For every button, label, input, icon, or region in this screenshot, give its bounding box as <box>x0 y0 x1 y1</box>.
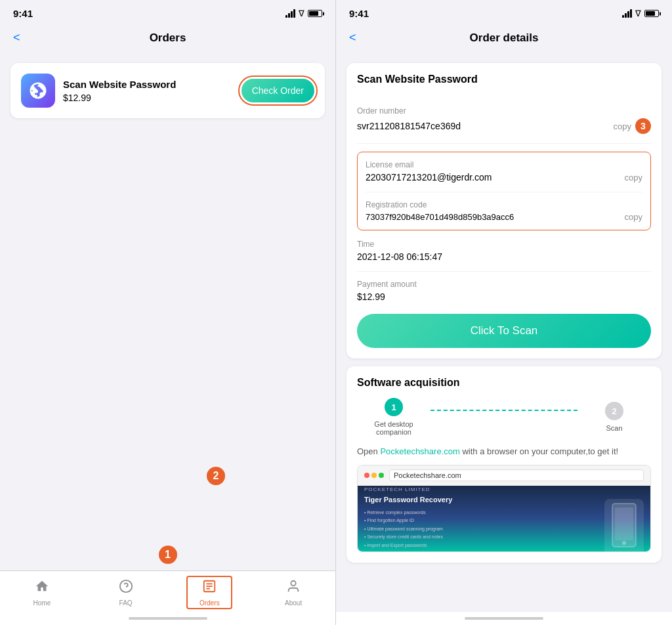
page-title-left: Orders <box>150 32 186 45</box>
order-number-label: Order number <box>357 106 651 116</box>
flow-label-1: Get desktop companion <box>357 420 430 436</box>
app-icon <box>21 74 55 108</box>
wifi-icon-right: ∇ <box>635 9 641 18</box>
bullet-4: • Securely store credit cards and notes <box>364 533 452 542</box>
order-app-name: Scan Website Password <box>63 79 234 90</box>
license-reg-box: License email 22030717213201@tigerdr.com… <box>357 152 651 230</box>
time-left: 9:41 <box>13 8 33 19</box>
tab-faq[interactable]: FAQ <box>84 576 168 609</box>
license-email-value-row: 22030717213201@tigerdr.com copy <box>366 172 642 183</box>
tab-about[interactable]: About <box>251 576 335 609</box>
payment-row: Payment amount $12.99 <box>357 280 651 302</box>
open-text-before: Open <box>357 446 380 456</box>
left-phone: 9:41 ∇ < Orders <box>0 0 336 625</box>
signal-icon-right <box>622 9 632 18</box>
open-text-after: with a browser on your computer,to get i… <box>460 446 618 456</box>
bullet-1: • Retrieve complex passwords <box>364 509 452 517</box>
time-label: Time <box>357 240 651 249</box>
battery-icon-right <box>644 10 659 17</box>
nav-header-right: < Order details <box>336 23 672 55</box>
tab-about-label: About <box>285 599 302 607</box>
order-number-value-row: svr211208181547ce369d copy 3 <box>357 118 651 134</box>
click-to-scan-button[interactable]: Click To Scan <box>357 314 651 348</box>
order-number-value: svr211208181547ce369d <box>357 121 608 131</box>
bullet-2: • Find forgotten Apple ID <box>364 517 452 525</box>
copy-regcode-button[interactable]: copy <box>625 212 642 222</box>
flow-circle-1: 1 <box>385 398 403 416</box>
browser-bullets: • Retrieve complex passwords • Find forg… <box>364 509 452 550</box>
time-value: 2021-12-08 06:15:47 <box>357 251 651 262</box>
wifi-icon: ∇ <box>299 9 304 18</box>
browser-preview: Pocketechshare.com POCKETECH LIMITED Tig… <box>357 465 651 552</box>
browser-bar: Pocketechshare.com <box>358 465 650 486</box>
bullet-3: • Ultimate password scanning program <box>364 525 452 534</box>
step3-badge: 3 <box>635 118 651 134</box>
svg-point-8 <box>622 541 626 545</box>
flow-label-2: Scan <box>606 424 622 432</box>
flow-dashes <box>430 410 578 411</box>
page-title-right: Order details <box>470 32 539 45</box>
copy-email-button[interactable]: copy <box>625 173 642 183</box>
orders-content: Scan Website Password $12.99 Check Order <box>0 55 335 571</box>
faq-icon <box>119 579 133 597</box>
tab-bar-left: Home FAQ <box>0 571 335 612</box>
flow-step-2: 2 Scan <box>578 402 651 432</box>
license-email-value: 22030717213201@tigerdr.com <box>366 172 620 183</box>
device-mockup <box>604 499 644 551</box>
home-bar-right <box>465 617 543 620</box>
home-indicator-left <box>0 612 335 625</box>
browser-heading: Tiger Password Recovery <box>364 495 452 504</box>
browser-url-text: Pocketechshare.com <box>394 471 461 479</box>
open-text: Open Pocketechshare.com with a browser o… <box>357 445 651 458</box>
home-icon <box>35 579 49 597</box>
steps-flow: 1 Get desktop companion 2 Scan <box>357 398 651 436</box>
tab-orders[interactable]: Orders <box>168 576 252 609</box>
browser-dot-green <box>379 473 384 478</box>
status-bar-right: 9:41 ∇ <box>336 0 672 23</box>
about-icon <box>286 579 301 597</box>
back-button-left[interactable]: < <box>10 28 23 47</box>
browser-brand: POCKETECH LIMITED <box>364 486 452 492</box>
home-indicator-right <box>336 612 672 625</box>
browser-dot-yellow <box>371 473 377 478</box>
browser-text: POCKETECH LIMITED Tiger Password Recover… <box>364 486 452 550</box>
signal-icon <box>285 9 295 18</box>
tab-home[interactable]: Home <box>0 576 84 609</box>
order-details-content: Scan Website Password Order number svr21… <box>336 55 672 612</box>
reg-code-row: Registration code 73037f920b48e701d498d8… <box>366 200 642 222</box>
check-order-button[interactable]: Check Order <box>242 79 314 102</box>
battery-icon <box>308 10 322 17</box>
software-acquisition-card: Software acquisition 1 Get desktop compa… <box>346 366 662 563</box>
svg-rect-7 <box>615 507 633 540</box>
tab-orders-label: Orders <box>200 599 220 607</box>
step2-badge: 2 <box>207 467 225 485</box>
order-number-row: Order number svr211208181547ce369d copy … <box>357 106 651 134</box>
payment-value: $12.99 <box>357 291 651 302</box>
divider-1 <box>357 143 651 144</box>
reg-code-value-row: 73037f920b48e701d498d859b3a9acc6 copy <box>366 212 642 222</box>
flow-step-1: 1 Get desktop companion <box>357 398 430 436</box>
browser-content: POCKETECH LIMITED Tiger Password Recover… <box>358 486 650 551</box>
divider-3 <box>357 271 651 272</box>
time-row: Time 2021-12-08 06:15:47 <box>357 240 651 262</box>
globe-icon <box>28 81 48 100</box>
status-icons-right: ∇ <box>622 9 659 18</box>
reg-code-value: 73037f920b48e701d498d859b3a9acc6 <box>366 212 620 222</box>
browser-dots <box>364 473 384 478</box>
back-button-right[interactable]: < <box>346 28 359 47</box>
open-link[interactable]: Pocketechshare.com <box>380 446 459 456</box>
right-phone: 9:41 ∇ < Order details <box>336 0 672 625</box>
tab-home-label: Home <box>33 599 51 607</box>
order-card: Scan Website Password $12.99 Check Order <box>10 63 325 118</box>
divider-2 <box>366 192 642 192</box>
copy-order-button[interactable]: copy <box>614 121 631 131</box>
tab-faq-label: FAQ <box>119 599 133 607</box>
home-bar-left <box>129 617 207 620</box>
status-icons-left: ∇ <box>285 9 322 18</box>
order-detail-title: Scan Website Password <box>357 74 478 85</box>
order-price: $12.99 <box>63 93 234 103</box>
payment-label: Payment amount <box>357 280 651 289</box>
flow-circle-2: 2 <box>605 402 623 420</box>
orders-icon <box>202 579 217 597</box>
step1-badge: 1 <box>159 546 177 564</box>
